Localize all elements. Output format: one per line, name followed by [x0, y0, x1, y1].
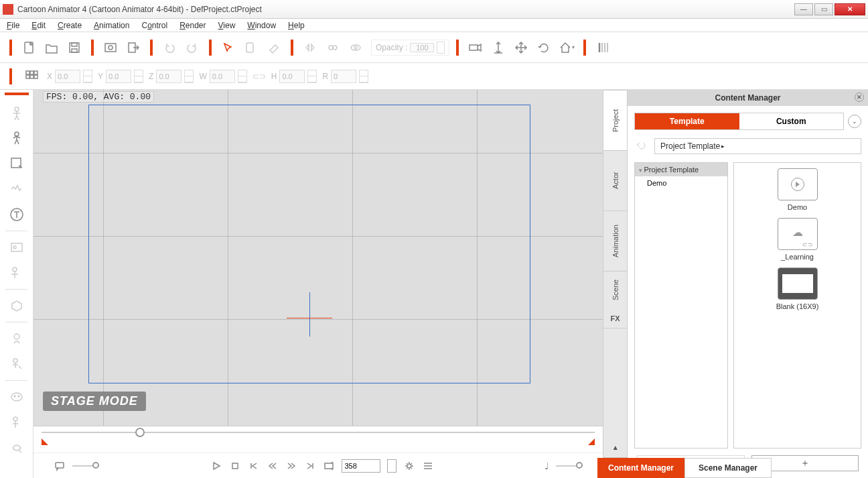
- z-input[interactable]: [156, 70, 182, 83]
- x-input[interactable]: [55, 70, 80, 83]
- r-input[interactable]: [331, 70, 356, 83]
- zoom-slider[interactable]: [72, 465, 99, 467]
- collapse-up-icon[interactable]: ▴: [603, 438, 627, 458]
- layer-icon[interactable]: [241, 38, 261, 58]
- frame-input[interactable]: [342, 459, 380, 473]
- vtab-animation[interactable]: Animation: [603, 211, 627, 271]
- save-file-icon[interactable]: [64, 38, 84, 58]
- settings-icon[interactable]: [403, 460, 415, 472]
- link-wh-icon[interactable]: ⊂⊃: [252, 72, 266, 81]
- tool-f-icon[interactable]: [5, 410, 29, 434]
- sprite-tool-icon[interactable]: [5, 152, 29, 176]
- tool-b-icon[interactable]: [5, 261, 29, 285]
- w-input[interactable]: [210, 70, 235, 83]
- visibility-icon[interactable]: [346, 38, 366, 58]
- menu-render[interactable]: Render: [179, 21, 206, 30]
- back-icon[interactable]: [634, 141, 649, 152]
- pan-vert-icon[interactable]: [488, 38, 508, 58]
- preview-icon[interactable]: [100, 38, 121, 58]
- tab-custom[interactable]: Custom: [739, 113, 844, 129]
- tool-g-icon[interactable]: [5, 436, 29, 460]
- canvas[interactable]: FPS: 0.00, AVG: 0.00 STAGE MODE: [33, 90, 603, 426]
- move-icon[interactable]: [511, 38, 531, 58]
- vtab-fx[interactable]: FX: [603, 308, 627, 328]
- frame-spinner[interactable]: [387, 459, 396, 473]
- rotate-icon[interactable]: [534, 38, 554, 58]
- menu-control[interactable]: Control: [141, 21, 167, 30]
- menu-create[interactable]: Create: [58, 21, 82, 30]
- y-spinner[interactable]: [134, 70, 143, 83]
- prev-frame-icon[interactable]: [267, 460, 279, 472]
- first-frame-icon[interactable]: [248, 460, 260, 472]
- bone-tool-icon[interactable]: [5, 126, 29, 150]
- menu-edit[interactable]: Edit: [31, 21, 46, 30]
- thumb-demo[interactable]: Demo: [761, 168, 835, 211]
- play-icon[interactable]: [210, 460, 222, 472]
- erase-icon[interactable]: [264, 38, 284, 58]
- x-spinner[interactable]: [83, 70, 92, 83]
- home-icon[interactable]: ▾: [557, 38, 577, 58]
- breadcrumb-path[interactable]: Project Template▸: [654, 138, 861, 154]
- volume-slider[interactable]: [556, 465, 583, 467]
- link-icon[interactable]: [323, 38, 343, 58]
- svg-rect-1: [70, 43, 79, 52]
- export-icon[interactable]: [123, 38, 143, 58]
- thumb-blank[interactable]: Blank (16X9): [761, 267, 835, 310]
- thumb-learning[interactable]: ⊂⊃ _Learning: [761, 218, 835, 261]
- close-panel-icon[interactable]: ✕: [855, 93, 864, 102]
- menu-animation[interactable]: Animation: [94, 21, 129, 30]
- note-icon[interactable]: ♩: [545, 461, 549, 471]
- tree-header[interactable]: Project Template: [635, 163, 727, 176]
- select-icon[interactable]: [218, 38, 238, 58]
- tool-a-icon[interactable]: [5, 235, 29, 259]
- timeline-strip[interactable]: [33, 426, 603, 453]
- timeline-start-marker[interactable]: [42, 438, 48, 445]
- content-manager-tab[interactable]: Content Manager: [597, 458, 684, 478]
- redo-icon[interactable]: [182, 38, 202, 58]
- maximize-button[interactable]: ▭: [814, 3, 833, 15]
- audio-tool-icon[interactable]: [5, 177, 29, 201]
- tool-e-icon[interactable]: [5, 385, 29, 409]
- vtab-project[interactable]: Project: [603, 90, 627, 150]
- menu-help[interactable]: Help: [288, 21, 305, 30]
- tree-item-demo[interactable]: Demo: [635, 176, 727, 190]
- stop-icon[interactable]: [229, 460, 241, 472]
- actor-tool-icon[interactable]: [5, 101, 29, 125]
- next-frame-icon[interactable]: [285, 460, 297, 472]
- tab-dropdown-icon[interactable]: ⌄: [848, 115, 861, 128]
- loop-icon[interactable]: [323, 460, 335, 472]
- timeline-end-marker[interactable]: [588, 438, 595, 445]
- y-input[interactable]: [106, 70, 131, 83]
- close-button[interactable]: ✕: [835, 3, 865, 15]
- last-frame-icon[interactable]: [304, 460, 316, 472]
- z-spinner[interactable]: [184, 70, 194, 83]
- menu-view[interactable]: View: [218, 21, 236, 30]
- vtab-scene[interactable]: Scene: [603, 271, 627, 308]
- camera-icon[interactable]: [465, 38, 486, 58]
- h-input[interactable]: [279, 70, 305, 83]
- list-icon[interactable]: [422, 460, 434, 472]
- open-file-icon[interactable]: [42, 38, 62, 58]
- tool-c-icon[interactable]: [5, 326, 29, 351]
- tab-template[interactable]: Template: [635, 113, 739, 129]
- opacity-input[interactable]: [410, 43, 434, 52]
- undo-icon[interactable]: [159, 38, 179, 58]
- grid-icon[interactable]: [21, 66, 42, 86]
- r-spinner[interactable]: [359, 70, 368, 83]
- h-spinner[interactable]: [307, 70, 317, 83]
- onion-skin-icon[interactable]: [593, 38, 613, 58]
- w-spinner[interactable]: [238, 70, 247, 83]
- timeline-thumb[interactable]: [135, 428, 145, 437]
- scene-manager-tab[interactable]: Scene Manager: [684, 458, 772, 478]
- new-file-icon[interactable]: [19, 38, 39, 58]
- tool-d-icon[interactable]: [5, 352, 29, 376]
- text-tool-icon[interactable]: [5, 202, 29, 227]
- tool-3d-icon[interactable]: [5, 294, 29, 318]
- minimize-button[interactable]: —: [794, 3, 813, 15]
- chat-icon[interactable]: [54, 460, 66, 472]
- menu-file[interactable]: File: [7, 21, 19, 30]
- flip-h-icon[interactable]: [300, 38, 320, 58]
- vtab-actor[interactable]: Actor: [603, 150, 627, 211]
- opacity-spinner[interactable]: [437, 42, 445, 54]
- menu-window[interactable]: Window: [247, 21, 276, 30]
